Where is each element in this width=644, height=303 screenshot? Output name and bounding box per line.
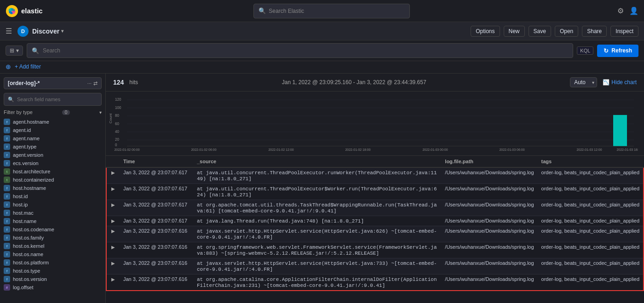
- field-item[interactable]: fhost.hostname: [2, 184, 104, 192]
- path-cell: /Users/wuhanxue/Downloads/spring.log: [441, 167, 537, 184]
- field-item[interactable]: fhost.os.family: [2, 234, 104, 242]
- tags-cell: order-log, beats_input_codec_plain_appli…: [538, 167, 644, 184]
- inspect-button[interactable]: Inspect: [610, 26, 638, 37]
- index-expand-icon[interactable]: ⇄: [93, 80, 98, 86]
- options-button[interactable]: Options: [471, 26, 500, 37]
- field-search-input[interactable]: [17, 97, 98, 102]
- discover-title: Discover ▾: [32, 28, 63, 35]
- nav-search-bar[interactable]: 🔍 Search Elastic: [253, 4, 410, 18]
- timestamp-cell: Jan 3, 2022 @ 23:07:07.617: [120, 200, 193, 216]
- timestamp-cell: Jan 3, 2022 @ 23:07:07.617: [120, 184, 193, 200]
- tags-cell: order-log, beats_input_codec_plain_appli…: [538, 200, 644, 216]
- svg-text:80: 80: [115, 114, 119, 118]
- log-table: Time _source log.file.path tags ▶ Jan 3,…: [106, 156, 644, 291]
- kql-badge[interactable]: KQL: [577, 46, 593, 55]
- field-name: agent.hostname: [13, 119, 49, 125]
- user-icon[interactable]: 👤: [629, 6, 638, 15]
- message-cell: at java.lang.Thread.run(Thread.java:748)…: [193, 216, 441, 226]
- field-type-badge: f: [4, 276, 10, 282]
- svg-text:2022-01-03 06:00: 2022-01-03 06:00: [499, 148, 524, 152]
- message-cell: at org.apache.catalina.core.ApplicationF…: [193, 274, 441, 291]
- hide-chart-button[interactable]: 📉 Hide chart: [603, 79, 637, 86]
- filter-type-chevron-icon[interactable]: ▾: [99, 110, 102, 115]
- expand-cell[interactable]: ▶: [106, 274, 120, 291]
- field-item[interactable]: fhost.os.type: [2, 267, 104, 275]
- toolbar: ☰ D Discover ▾ Options New Save Open Sha…: [0, 22, 644, 40]
- field-name: host.os.platform: [13, 260, 49, 265]
- field-item[interactable]: fhost.name: [2, 217, 104, 225]
- col-path[interactable]: log.file.path: [441, 156, 537, 167]
- col-timestamp[interactable]: Time: [120, 156, 193, 167]
- hamburger-menu-icon[interactable]: ☰: [6, 27, 12, 35]
- col-tags[interactable]: tags: [538, 156, 644, 167]
- refresh-button[interactable]: ↻ Refresh: [597, 45, 638, 57]
- field-item[interactable]: fecs.version: [2, 159, 104, 167]
- field-item[interactable]: fagent.name: [2, 134, 104, 143]
- add-filter-button[interactable]: + Add filter: [15, 63, 41, 70]
- filter-type-count: 0: [62, 110, 70, 115]
- hits-count: 124: [113, 79, 124, 86]
- new-button[interactable]: New: [504, 26, 525, 37]
- search-input-wrapper: 🔍: [27, 43, 573, 58]
- field-item[interactable]: thost.containerized: [2, 176, 104, 184]
- field-type-badge: f: [4, 226, 10, 233]
- results-header: 124 hits Jan 1, 2022 @ 23:09:25.160 - Ja…: [106, 74, 644, 91]
- expand-cell[interactable]: ▶: [106, 242, 120, 258]
- field-item[interactable]: fagent.id: [2, 126, 104, 134]
- field-type-badge: f: [4, 193, 10, 200]
- table-row[interactable]: ▶ Jan 3, 2022 @ 23:07:07.616 at javax.se…: [106, 258, 644, 274]
- expand-cell[interactable]: ▶: [106, 258, 120, 274]
- elastic-logo[interactable]: elastic: [6, 5, 43, 17]
- field-list: fagent.hostnamefagent.idfagent.namefagen…: [0, 118, 105, 303]
- field-type-badge: f: [4, 251, 10, 257]
- settings-icon[interactable]: ⚙: [617, 6, 624, 15]
- table-row[interactable]: ▶ Jan 3, 2022 @ 23:07:07.616 at org.apac…: [106, 274, 644, 291]
- save-button[interactable]: Save: [529, 26, 551, 37]
- field-name: host.name: [13, 218, 36, 224]
- hide-chart-icon: 📉: [603, 79, 610, 86]
- field-item[interactable]: fhost.os.codename: [2, 225, 104, 234]
- auto-select[interactable]: Auto: [570, 77, 597, 87]
- auto-wrapper: Auto: [570, 77, 597, 87]
- table-row[interactable]: ▶ Jan 3, 2022 @ 23:07:07.616 at org.spri…: [106, 242, 644, 258]
- field-item[interactable]: fagent.hostname: [2, 118, 104, 126]
- expand-cell[interactable]: ▶: [106, 167, 120, 184]
- field-type-badge: f: [4, 218, 10, 224]
- field-type-badge: f: [4, 127, 10, 133]
- tags-cell: order-log, beats_input_codec_plain_appli…: [538, 242, 644, 258]
- index-selector[interactable]: [order-log]-* ··· ⇄: [4, 77, 102, 89]
- table-row[interactable]: ▶ Jan 3, 2022 @ 23:07:07.616 at javax.se…: [106, 226, 644, 242]
- field-item[interactable]: fhost.os.version: [2, 275, 104, 283]
- field-item[interactable]: fhost.os.kernel: [2, 242, 104, 250]
- table-row[interactable]: ▶ Jan 3, 2022 @ 23:07:07.617 at java.uti…: [106, 167, 644, 184]
- table-row[interactable]: ▶ Jan 3, 2022 @ 23:07:07.617 at java.uti…: [106, 184, 644, 200]
- expand-cell[interactable]: ▶: [106, 216, 120, 226]
- expand-cell[interactable]: ▶: [106, 226, 120, 242]
- expand-cell[interactable]: ▶: [106, 184, 120, 200]
- field-type-badge: f: [4, 259, 10, 266]
- index-dots-icon[interactable]: ···: [87, 80, 92, 86]
- path-cell: /Users/wuhanxue/Downloads/spring.log: [441, 184, 537, 200]
- table-row[interactable]: ▶ Jan 3, 2022 @ 23:07:07.617 at java.lan…: [106, 216, 644, 226]
- field-item[interactable]: fagent.type: [2, 143, 104, 151]
- nav-search-wrapper: 🔍 Search Elastic: [46, 4, 617, 18]
- expand-cell[interactable]: ▶: [106, 200, 120, 216]
- search-input[interactable]: [43, 47, 568, 54]
- field-item[interactable]: #log.offset: [2, 283, 104, 292]
- field-item[interactable]: thost.architecture: [2, 167, 104, 176]
- field-item[interactable]: fhost.ip: [2, 200, 104, 209]
- share-button[interactable]: Share: [582, 26, 607, 37]
- field-item[interactable]: fhost.id: [2, 192, 104, 200]
- field-item[interactable]: fhost.os.platform: [2, 258, 104, 267]
- table-row[interactable]: ▶ Jan 3, 2022 @ 23:07:07.617 at org.apac…: [106, 200, 644, 216]
- field-item[interactable]: fhost.mac: [2, 209, 104, 217]
- field-item[interactable]: fhost.os.name: [2, 250, 104, 258]
- search-type-selector[interactable]: ⊞ ▾: [6, 46, 23, 56]
- svg-text:2022-01-03 18:00: 2022-01-03 18:00: [616, 148, 638, 152]
- table-area: Time _source log.file.path tags ▶ Jan 3,…: [106, 156, 644, 303]
- field-item[interactable]: fagent.version: [2, 151, 104, 159]
- col-message[interactable]: _source: [193, 156, 441, 167]
- search-type-chevron: ▾: [16, 47, 19, 54]
- field-type-badge: f: [4, 143, 10, 150]
- open-button[interactable]: Open: [555, 26, 578, 37]
